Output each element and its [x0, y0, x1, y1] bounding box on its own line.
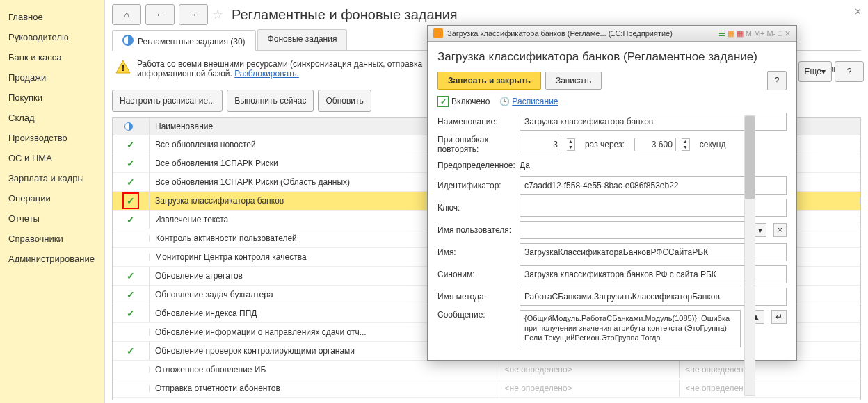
iname-label: Имя: [437, 247, 514, 257]
page-title: Регламентные и фоновые задания [232, 7, 458, 23]
dialog-heading: Загрузка классификатора банков (Регламен… [437, 50, 787, 64]
row-enabled: ✓ [113, 304, 150, 322]
retry-mid-label: раз через: [585, 140, 625, 149]
tab-label: Регламентные задания (30) [138, 37, 246, 47]
msg-expand-button[interactable]: ↵ [771, 310, 787, 324]
run-now-button[interactable]: Выполнить сейчас [227, 90, 314, 112]
col-enabled[interactable] [113, 118, 150, 135]
refresh-button[interactable]: Обновить [318, 90, 371, 112]
sidebar-item[interactable]: Справочники [0, 229, 104, 249]
retry-label: При ошибках повторять: [437, 135, 514, 154]
row-enabled [113, 254, 150, 261]
user-clear-button[interactable]: × [773, 223, 787, 237]
warning-text: Работа со всеми внешними ресурсами (синх… [137, 59, 422, 69]
predef-value: Да [520, 158, 530, 172]
retry-sec-spinner[interactable]: ▲▼ [682, 138, 690, 151]
pie-icon [122, 35, 134, 46]
user-select-button[interactable]: ▾ [754, 223, 766, 237]
sidebar-item[interactable]: Администрирование [0, 249, 104, 269]
row-enabled: ✓ [113, 154, 150, 172]
msg-textarea[interactable]: {ОбщийМодуль.РаботаСБанками.Модуль(1085)… [520, 310, 741, 347]
home-button[interactable]: ⌂ [112, 4, 141, 25]
sidebar-item[interactable]: Банк и касса [0, 47, 104, 67]
back-button[interactable]: ← [145, 4, 175, 25]
key-label: Ключ: [437, 203, 514, 213]
schedule-link[interactable]: Расписание [512, 97, 558, 106]
close-icon[interactable]: × [855, 6, 861, 18]
calendar-icon[interactable]: ▦ [728, 29, 734, 38]
retry-count-spinner[interactable]: ▲▼ [567, 138, 575, 151]
enabled-label: Включено [451, 97, 490, 106]
calc-icon[interactable]: ☰ [718, 29, 725, 38]
sidebar-item[interactable]: Покупки [0, 88, 104, 108]
row-enabled [113, 366, 150, 373]
mminus-icon[interactable]: M- [767, 29, 776, 38]
row-name: Отложенное обновление ИБ [150, 361, 499, 378]
retry-sec-input[interactable]: 3 600 [634, 138, 676, 151]
row-enabled: ✓ [113, 267, 150, 285]
row-state: <не определено> [499, 380, 680, 397]
retry-count-input[interactable]: 3 [520, 138, 561, 151]
row-enabled [113, 329, 150, 336]
row-enabled: ✓ [113, 135, 150, 154]
grid-icon[interactable]: ▦ [737, 29, 744, 38]
row-end: <не определено> [680, 361, 860, 378]
svg-text:!: ! [122, 63, 124, 73]
tab-scheduled[interactable]: Регламентные задания (30) [112, 30, 256, 51]
row-enabled: ✓ [113, 211, 150, 229]
user-input[interactable] [520, 221, 747, 239]
syn-label: Синоним: [437, 270, 514, 279]
row-enabled [113, 385, 150, 392]
help-button[interactable]: ? [835, 61, 864, 82]
window-close-icon[interactable]: ✕ [785, 29, 791, 38]
sidebar-item[interactable]: Отчеты [0, 208, 104, 229]
user-label: Имя пользователя: [437, 225, 514, 235]
more-button[interactable]: Еще ▾ [798, 61, 832, 82]
row-enabled: ✓ [113, 189, 150, 213]
sidebar: Главное Руководителю Банк и касса Продаж… [0, 0, 105, 403]
warning-text2: информационной базой. [137, 69, 234, 79]
save-button[interactable]: Записать [545, 72, 602, 90]
enabled-checkbox[interactable]: ✓Включено [437, 96, 490, 107]
sidebar-item[interactable]: Операции [0, 188, 104, 208]
dialog-help-button[interactable]: ? [767, 71, 787, 90]
row-state: <не определено> [499, 361, 680, 378]
sidebar-item[interactable]: Производство [0, 128, 104, 148]
msg-label: Сообщение: [437, 310, 514, 320]
name-label: Наименование: [437, 117, 514, 126]
sidebar-item[interactable]: Продажи [0, 67, 104, 88]
id-label: Идентификатор: [437, 181, 514, 190]
dialog-wintitle: Загрузка классификатора банков (Регламе.… [447, 29, 714, 38]
star-icon[interactable]: ☆ [212, 7, 223, 22]
sidebar-item[interactable]: Склад [0, 108, 104, 128]
sidebar-item[interactable]: Зарплата и кадры [0, 168, 104, 188]
method-label: Имя метода: [437, 292, 514, 302]
row-enabled: ✓ [113, 286, 150, 304]
warning-icon: ! [115, 59, 131, 76]
predef-label: Предопределенное: [437, 161, 514, 170]
dialog-titlebar[interactable]: Загрузка классификатора банков (Регламе.… [428, 26, 796, 42]
row-enabled [113, 235, 150, 242]
app-icon [433, 28, 443, 38]
row-end: <не определено> [680, 380, 860, 397]
table-scrollbar[interactable] [744, 115, 755, 396]
unblock-link[interactable]: Разблокировать. [234, 69, 299, 79]
configure-schedule-button[interactable]: Настроить расписание... [112, 90, 223, 112]
job-dialog: Загрузка классификатора банков (Регламе.… [427, 25, 797, 361]
window-max-icon[interactable]: □ [778, 29, 782, 38]
forward-button[interactable]: → [179, 4, 208, 25]
sidebar-item[interactable]: Руководителю [0, 27, 104, 47]
mplus-icon[interactable]: M+ [754, 29, 765, 38]
row-name: Отправка отчетности абонентов [150, 380, 499, 397]
m-icon[interactable]: M [746, 29, 752, 38]
sidebar-item[interactable]: ОС и НМА [0, 148, 104, 168]
save-close-button[interactable]: Записать и закрыть [437, 72, 541, 90]
retry-unit-label: секунд [700, 140, 726, 149]
tab-background[interactable]: Фоновые задания [257, 29, 348, 50]
scroll-thumb[interactable] [745, 116, 755, 199]
row-enabled: ✓ [113, 342, 150, 360]
clock-icon: 🕓 [499, 97, 510, 106]
sidebar-item[interactable]: Главное [0, 7, 104, 27]
